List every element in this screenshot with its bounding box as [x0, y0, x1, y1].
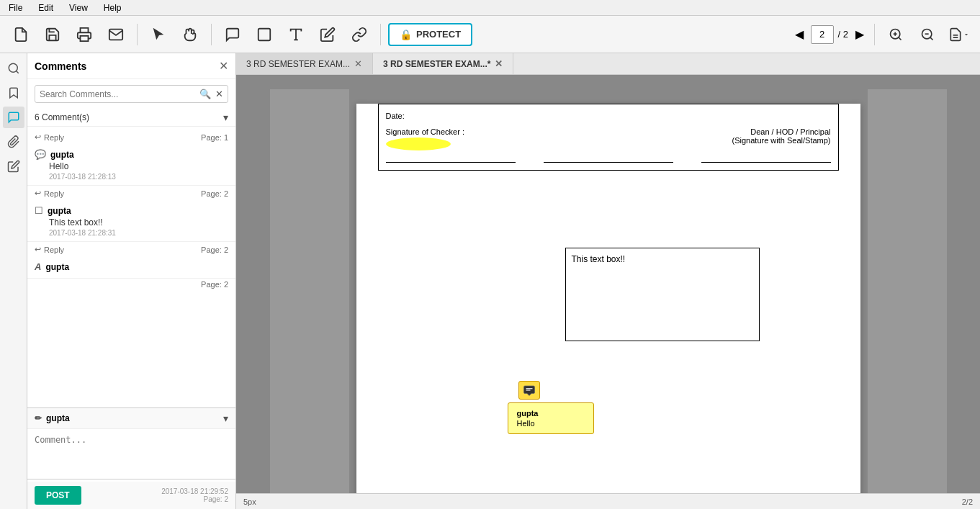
tab-2[interactable]: 3 RD SEMESTER EXAM...* ✕: [373, 53, 513, 74]
sidebar-bookmark-icon[interactable]: [3, 82, 24, 104]
svg-line-12: [16, 71, 18, 73]
reply-icon-3: ↩: [35, 245, 41, 254]
sidebar-attachments-icon[interactable]: [3, 131, 24, 153]
pdf-area: 3 RD SEMESTER EXAM... ✕ 3 RD SEMESTER EX…: [236, 53, 980, 509]
search-input[interactable]: [40, 89, 195, 99]
doc-top-section: Date: Signature of Checker : Dean / HOD …: [378, 104, 839, 171]
next-page-btn[interactable]: ▶: [853, 24, 867, 44]
reply-row-1: ↩ Reply Page: 1: [27, 130, 235, 145]
reply-row-2: ↩ Reply Page: 2: [27, 186, 235, 201]
separator-2: [211, 24, 212, 45]
reply-icon-1: ↩: [35, 132, 41, 142]
comment-checkbox-icon: ☐: [35, 205, 43, 216]
status-right: 2/2: [962, 497, 973, 506]
reply-btn-1[interactable]: ↩ Reply: [35, 132, 64, 142]
comment-author-3: gupta: [45, 262, 69, 272]
shape-tool-btn[interactable]: [251, 21, 278, 48]
search-clear-icon[interactable]: ✕: [215, 89, 223, 99]
compose-input[interactable]: [27, 429, 235, 479]
page-number-input[interactable]: [811, 25, 834, 44]
svg-point-11: [9, 63, 17, 72]
reply-btn-2[interactable]: ↩ Reply: [35, 189, 64, 198]
comment-tool-btn[interactable]: [219, 21, 246, 48]
tab-2-label: 3 RD SEMESTER EXAM...*: [383, 59, 490, 69]
select-tool-btn[interactable]: [145, 21, 172, 48]
svg-rect-1: [259, 28, 271, 40]
close-comments-btn[interactable]: ✕: [219, 59, 228, 73]
email-btn[interactable]: [102, 21, 130, 48]
menu-help[interactable]: Help: [101, 1, 125, 14]
link-tool-btn[interactable]: [346, 21, 373, 48]
new-document-btn[interactable]: [7, 21, 35, 48]
sidebar-icons: [0, 53, 27, 509]
tabs-bar: 3 RD SEMESTER EXAM... ✕ 3 RD SEMESTER EX…: [236, 53, 980, 75]
compose-date: 2017-03-18 21:29:52: [161, 487, 228, 495]
pdf-content[interactable]: Date: Signature of Checker : Dean / HOD …: [236, 75, 980, 493]
sig-dean: Dean / HOD / Principal: [732, 127, 831, 136]
separator-3: [380, 24, 381, 45]
compose-author-name: gupta: [46, 413, 70, 423]
comment-date-1: 2017-03-18 21:28:13: [35, 173, 228, 181]
textbox-content: This text box!!: [572, 254, 626, 264]
print-btn[interactable]: [71, 21, 98, 48]
comment-text-2: This text box!!: [35, 217, 228, 228]
search-icon[interactable]: 🔍: [199, 89, 211, 99]
separator-4: [874, 24, 875, 45]
collapse-comments-btn[interactable]: ▾: [223, 112, 228, 123]
sig-right: Dean / HOD / Principal (Signature with S…: [732, 127, 831, 145]
comment-text-icon: A: [35, 261, 41, 272]
comment-author-row-1: 💬 gupta: [35, 149, 228, 160]
hand-tool-btn[interactable]: [176, 21, 204, 48]
svg-line-7: [930, 37, 933, 40]
edit-tool-btn[interactable]: [314, 21, 341, 48]
zoom-out-btn[interactable]: [914, 21, 941, 48]
toolbar: 🔒 PROTECT ◀ / 2 ▶: [0, 16, 980, 53]
post-btn[interactable]: POST: [35, 486, 81, 505]
sig-highlight: [386, 138, 451, 150]
doc-date-row: Date:: [386, 112, 831, 120]
tab-1[interactable]: 3 RD SEMESTER EXAM... ✕: [236, 53, 373, 74]
reply-label-1: Reply: [44, 133, 64, 142]
comment-author-1: gupta: [50, 150, 74, 160]
popup-text: Hello: [517, 419, 585, 428]
sidebar-comments-icon[interactable]: [3, 107, 24, 128]
comment-author-row-3: A gupta: [35, 261, 228, 272]
protect-button[interactable]: 🔒 PROTECT: [388, 23, 472, 46]
sig-left: Signature of Checker :: [386, 127, 464, 136]
comments-header: Comments ✕: [27, 53, 235, 79]
page-label-only: Page: 2: [201, 280, 228, 289]
comment-author-2: gupta: [48, 206, 71, 216]
lock-icon: 🔒: [400, 29, 412, 40]
sig-stamp: (Signature with Seal/Stamp): [732, 136, 831, 145]
doc-sig-row: Signature of Checker : Dean / HOD / Prin…: [386, 127, 831, 145]
compose-collapse-btn[interactable]: ▾: [223, 413, 228, 424]
sidebar-search-icon[interactable]: [3, 58, 24, 79]
menubar: File Edit View Help: [0, 0, 980, 16]
comments-count-row: 6 Comment(s) ▾: [27, 109, 235, 127]
menu-file[interactable]: File: [6, 1, 25, 14]
reply-label-2: Reply: [44, 189, 64, 198]
reply-btn-3[interactable]: ↩ Reply: [35, 245, 64, 254]
prev-page-btn[interactable]: ◀: [792, 24, 806, 44]
search-bar: 🔍 ✕: [35, 85, 228, 103]
menu-edit[interactable]: Edit: [35, 1, 56, 14]
comment-text-1: Hello: [35, 161, 228, 171]
sidebar-edit-icon[interactable]: [3, 156, 24, 177]
page-total-label: / 2: [838, 29, 848, 40]
page-only-row: Page: 2: [27, 279, 235, 290]
comment-bubble-icon-1: 💬: [35, 149, 46, 160]
reply-icon-2: ↩: [35, 189, 41, 198]
document-view-btn[interactable]: [945, 21, 973, 48]
status-bar: 5px 2/2: [236, 493, 980, 509]
comment-item-3: A gupta: [27, 257, 235, 279]
compose-author-row: ✏ gupta: [35, 413, 70, 423]
tab-1-close[interactable]: ✕: [354, 58, 362, 69]
page-label-reply-2: Page: 2: [201, 189, 228, 198]
comment-bubble-annotation[interactable]: [518, 381, 540, 400]
tab-2-close[interactable]: ✕: [495, 58, 503, 69]
svg-rect-0: [81, 35, 89, 40]
zoom-in-btn[interactable]: [882, 21, 909, 48]
text-tool-btn[interactable]: [282, 21, 310, 48]
menu-view[interactable]: View: [66, 1, 91, 14]
save-btn[interactable]: [39, 21, 66, 48]
